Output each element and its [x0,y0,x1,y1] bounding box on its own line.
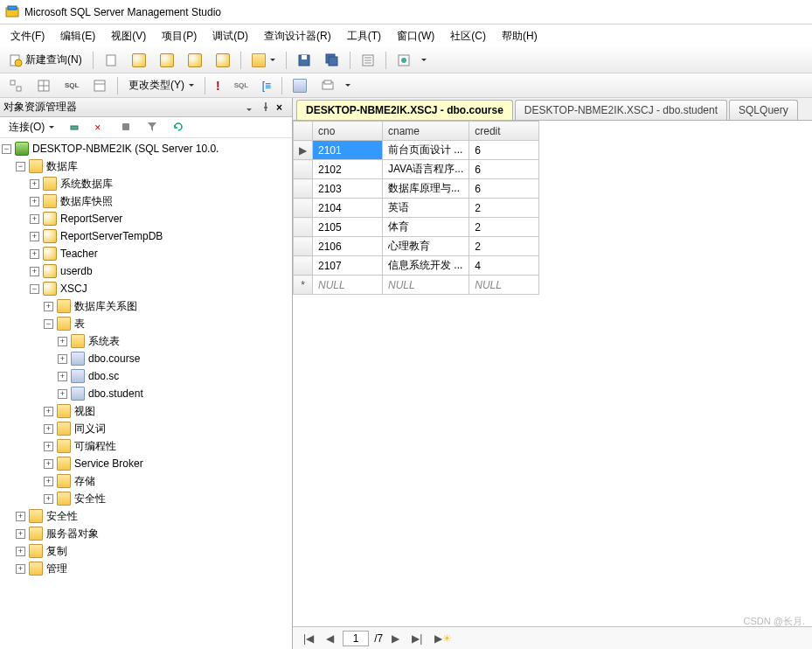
cell-cno[interactable]: 2102 [313,160,383,179]
expand-icon[interactable]: + [30,197,39,206]
tree-tables[interactable]: −表 [0,315,292,332]
expand-icon[interactable]: + [44,442,53,451]
cell-cname[interactable]: NULL [383,276,469,295]
menu-help[interactable]: 帮助(H) [495,26,545,46]
expand-icon[interactable]: + [30,267,39,276]
tb-activity[interactable] [392,51,416,70]
cell-credit[interactable]: 6 [469,179,539,199]
table-row[interactable]: 2102JAVA语言程序...6 [294,160,539,179]
tb-stop[interactable] [115,119,138,136]
cell-credit[interactable]: 6 [469,160,539,179]
tree-userdb[interactable]: +userdb [0,262,292,280]
tb-sql[interactable]: SQL [59,76,84,95]
expand-icon[interactable]: + [44,407,53,416]
cell-cno[interactable]: 2105 [313,218,383,237]
cell-cname[interactable]: JAVA语言程序... [383,160,469,179]
cell-cno[interactable]: 2104 [313,199,383,218]
row-indicator[interactable] [294,218,313,237]
expand-icon[interactable]: + [44,494,53,504]
col-cno[interactable]: cno [313,122,383,141]
expand-icon[interactable]: + [30,249,39,259]
tree-snapshots[interactable]: +数据库快照 [0,192,292,210]
pager-new[interactable]: ▶☀ [431,632,455,645]
tb-save-all[interactable] [320,51,344,70]
cell-cno[interactable]: 2107 [313,256,383,276]
cell-cname[interactable]: 数据库原理与... [383,179,469,199]
table-row[interactable]: 2105体育2 [294,218,539,237]
tb-connect-icon[interactable] [63,119,86,136]
close-icon[interactable]: × [276,101,288,114]
cell-cno[interactable]: 2103 [313,179,383,199]
menu-file[interactable]: 文件(F) [3,26,52,46]
tree-management[interactable]: +管理 [0,560,292,577]
menu-tools[interactable]: 工具(T) [340,26,388,46]
expand-icon[interactable]: + [44,424,53,434]
cell-cname[interactable]: 信息系统开发 ... [383,256,469,276]
tb-open[interactable] [246,51,281,70]
expand-icon[interactable]: + [58,372,67,381]
tree-servicebroker[interactable]: +Service Broker [0,455,292,472]
cell-cname[interactable]: 体育 [383,218,469,237]
menu-community[interactable]: 社区(C) [443,26,493,46]
tb-save[interactable] [292,51,316,70]
tree-sysdb[interactable]: +系统数据库 [0,175,292,192]
row-indicator-new[interactable]: * [294,276,313,295]
tb-verify[interactable]: SQL [229,76,253,95]
tb-db3[interactable] [183,51,207,70]
table-row-new[interactable]: *NULLNULLNULL [294,276,539,295]
expand-icon[interactable]: + [16,564,25,574]
table-row[interactable]: 2103数据库原理与...6 [294,179,539,199]
tree-reportserver[interactable]: +ReportServer [0,210,292,227]
tree-student[interactable]: +dbo.student [0,385,292,402]
tb-properties[interactable] [356,51,380,70]
menu-window[interactable]: 窗口(W) [390,26,441,46]
tree-synonyms[interactable]: +同义词 [0,420,292,437]
table-row[interactable]: 2107信息系统开发 ...4 [294,256,539,276]
cell-cname[interactable]: 心理教育 [383,237,469,256]
cell-cno[interactable]: 2106 [313,237,383,256]
expand-icon[interactable]: + [30,232,39,241]
tree-xscj[interactable]: −XSCJ [0,280,292,297]
tree-course[interactable]: +dbo.course [0,350,292,367]
chevron-down-icon[interactable] [421,59,427,61]
dropdown-icon[interactable] [245,101,257,114]
collapse-icon[interactable]: − [2,144,11,154]
cell-cname[interactable]: 英语 [383,199,469,218]
tb-db1[interactable] [127,51,151,70]
menu-project[interactable]: 项目(P) [155,26,204,46]
tb-refresh[interactable] [168,119,191,136]
cell-credit[interactable]: 6 [469,141,539,160]
tree-security[interactable]: +安全性 [0,507,292,525]
tb-diagram[interactable] [3,76,28,95]
cell-cno[interactable]: NULL [313,276,383,295]
cell-credit[interactable]: 2 [469,218,539,237]
cell-cname[interactable]: 前台页面设计 ... [383,141,469,160]
table-row[interactable]: 2104英语2 [294,199,539,218]
expand-icon[interactable]: + [58,389,67,399]
tb-db2[interactable] [155,51,179,70]
chevron-down-icon[interactable] [345,84,350,87]
row-indicator[interactable] [294,237,313,256]
tb-disconnect[interactable]: × [89,119,112,136]
expand-icon[interactable]: + [44,459,53,469]
tree-security-db[interactable]: +安全性 [0,490,292,507]
tb-grid[interactable] [31,76,56,95]
tree-sc[interactable]: +dbo.sc [0,367,292,385]
tab-sqlquery[interactable]: SQLQuery [729,100,798,120]
tree-server[interactable]: −DESKTOP-NBME2IK (SQL Server 10.0. [0,140,292,157]
tree-teacher[interactable]: +Teacher [0,245,292,262]
pin-icon[interactable] [260,101,273,114]
expand-icon[interactable]: + [30,179,39,189]
col-credit[interactable]: credit [469,122,539,141]
collapse-icon[interactable]: − [44,319,53,329]
menu-debug[interactable]: 调试(D) [205,26,255,46]
menu-query-designer[interactable]: 查询设计器(R) [257,26,338,46]
menu-edit[interactable]: 编辑(E) [53,26,102,46]
new-query-button[interactable]: 新建查询(N) [3,50,87,70]
tree-replication[interactable]: +复制 [0,542,292,560]
data-grid[interactable]: cno cname credit ▶2101前台页面设计 ...62102JAV… [293,121,539,295]
expand-icon[interactable]: + [44,477,53,486]
tree-diagrams[interactable]: +数据库关系图 [0,297,292,315]
pager-prev[interactable]: ◀ [323,632,337,645]
tb-new-doc[interactable] [99,51,123,70]
